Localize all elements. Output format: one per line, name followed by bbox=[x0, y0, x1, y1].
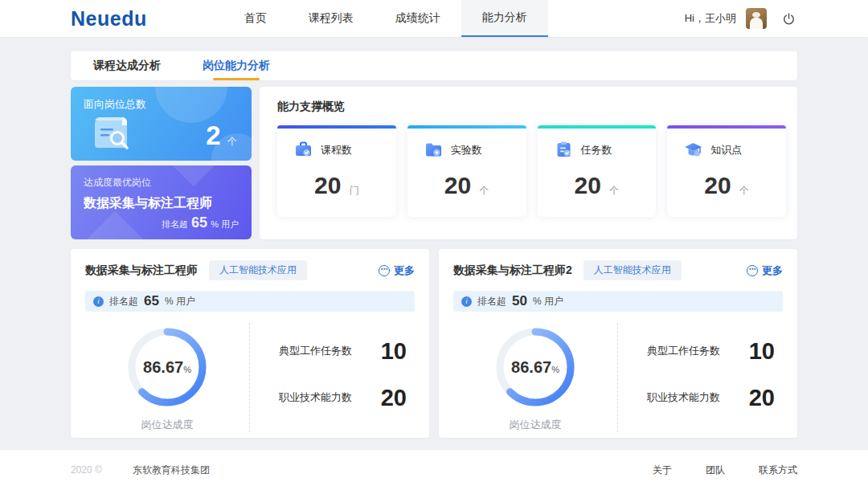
course-icon bbox=[293, 140, 313, 160]
stat-card-unit: 个 bbox=[739, 185, 749, 196]
navbar-user-area: Hi，王小明 bbox=[685, 0, 797, 37]
nav-item-courses[interactable]: 课程列表 bbox=[288, 0, 375, 37]
rank-value: 50 bbox=[512, 293, 527, 309]
nav-item-grades[interactable]: 成绩统计 bbox=[375, 0, 461, 37]
stat-card-unit: 门 bbox=[350, 185, 359, 196]
accent-bar bbox=[277, 125, 396, 129]
rank-info-bar: i 排名超 50 % 用户 bbox=[453, 291, 783, 312]
best-job-name: 数据采集与标注工程师 bbox=[84, 195, 239, 212]
knowledge-icon bbox=[683, 140, 703, 160]
stat-row-skills: 职业技术能力数 20 bbox=[647, 385, 775, 411]
nav-item-home[interactable]: 首页 bbox=[223, 0, 288, 37]
footer-links: 关于 团队 联系方式 bbox=[653, 463, 797, 477]
jobs-total-title: 面向岗位总数 bbox=[84, 97, 239, 112]
stat-card-unit: 个 bbox=[480, 185, 489, 196]
stat-card-label: 知识点 bbox=[710, 143, 742, 157]
main-nav: 首页 课程列表 成绩统计 能力分析 bbox=[223, 0, 548, 37]
accent-bar bbox=[407, 125, 526, 129]
more-button[interactable]: ⋯ 更多 bbox=[379, 263, 415, 278]
stat-value: 20 bbox=[381, 385, 407, 411]
stat-card-label: 任务数 bbox=[581, 143, 612, 157]
stat-label: 职业技术能力数 bbox=[647, 390, 720, 405]
copyright-year: 2020 © bbox=[71, 464, 102, 476]
stat-card-label: 实验数 bbox=[451, 143, 482, 157]
footer-link-team[interactable]: 团队 bbox=[706, 463, 725, 477]
rank-value: 65 bbox=[144, 293, 159, 309]
stat-card-courses[interactable]: 课程数 20 门 bbox=[277, 125, 396, 217]
ellipsis-circle-icon: ⋯ bbox=[379, 265, 390, 276]
info-icon: i bbox=[93, 296, 104, 307]
stat-card-experiments[interactable]: 实验数 20 个 bbox=[407, 125, 526, 217]
jobs-total-value: 2 bbox=[206, 120, 220, 150]
tab-job-ability[interactable]: 岗位能力分析 bbox=[203, 51, 270, 80]
job-panel-tag: 人工智能技术应用 bbox=[209, 260, 307, 280]
more-label: 更多 bbox=[394, 263, 415, 278]
capability-overview-title: 能力支撑概览 bbox=[277, 100, 786, 114]
job-panel-tag: 人工智能技术应用 bbox=[583, 260, 682, 280]
job-panel-title: 数据采集与标注工程师2 bbox=[453, 263, 572, 278]
more-button[interactable]: ⋯ 更多 bbox=[747, 263, 783, 278]
stat-label: 典型工作任务数 bbox=[279, 344, 352, 358]
job-panel-2: 数据采集与标注工程师2 人工智能技术应用 ⋯ 更多 i 排名超 50 % 用户 bbox=[439, 249, 797, 438]
gauge-label: 岗位达成度 bbox=[510, 418, 562, 432]
jobs-total-card[interactable]: 面向岗位总数 2 个 bbox=[71, 87, 252, 161]
best-job-rank-prefix: 排名超 bbox=[162, 219, 188, 229]
achievement-gauge: 86.67 % 岗位达成度 bbox=[453, 323, 618, 432]
best-job-rank-suffix: % 用户 bbox=[211, 219, 239, 229]
user-greeting: Hi，王小明 bbox=[685, 11, 736, 26]
stat-row-tasks: 典型工作任务数 10 bbox=[647, 338, 775, 365]
gauge-label: 岗位达成度 bbox=[141, 418, 194, 432]
capability-cards: 课程数 20 门 bbox=[277, 125, 786, 217]
accent-bar bbox=[538, 125, 657, 129]
logout-button[interactable] bbox=[780, 10, 797, 27]
stat-card-value: 20 bbox=[444, 172, 471, 198]
best-job-rank-value: 65 bbox=[191, 214, 207, 231]
page-footer: 2020 © 东软教育科技集团 关于 团队 联系方式 bbox=[0, 450, 868, 490]
jobs-total-value-row: 2 个 bbox=[206, 120, 237, 151]
brand-logo: Neuedu bbox=[71, 7, 147, 31]
gauge-unit: % bbox=[183, 365, 191, 374]
gauge-unit: % bbox=[551, 365, 559, 374]
stat-label: 职业技术能力数 bbox=[279, 390, 352, 405]
info-icon: i bbox=[461, 296, 472, 307]
achievement-gauge: 86.67 % 岗位达成度 bbox=[85, 323, 250, 432]
gauge-value: 86.67 bbox=[143, 358, 183, 377]
ellipsis-circle-icon: ⋯ bbox=[747, 265, 758, 276]
stat-card-value: 20 bbox=[574, 172, 600, 198]
rank-suffix: % 用户 bbox=[165, 295, 195, 308]
stat-label: 典型工作任务数 bbox=[647, 344, 720, 358]
footer-link-about[interactable]: 关于 bbox=[653, 463, 672, 477]
stat-row-skills: 职业技术能力数 20 bbox=[279, 385, 407, 411]
page-content: 课程达成分析 岗位能力分析 面向岗位总数 bbox=[0, 51, 868, 438]
stat-card-unit: 个 bbox=[609, 185, 619, 196]
stat-card-knowledge[interactable]: 知识点 20 个 bbox=[667, 125, 786, 217]
user-avatar[interactable] bbox=[746, 8, 767, 29]
task-icon bbox=[554, 140, 574, 160]
rank-prefix: 排名超 bbox=[109, 295, 138, 308]
tab-course-achievement[interactable]: 课程达成分析 bbox=[93, 51, 161, 80]
analysis-tabbar: 课程达成分析 岗位能力分析 bbox=[71, 51, 797, 80]
jobs-total-unit: 个 bbox=[227, 136, 237, 147]
accent-bar bbox=[667, 125, 786, 129]
best-job-card[interactable]: 达成度最优岗位 数据采集与标注工程师 排名超 65 % 用户 bbox=[71, 165, 252, 239]
stat-value: 10 bbox=[381, 338, 407, 365]
best-job-rank: 排名超 65 % 用户 bbox=[162, 214, 239, 231]
stat-row-tasks: 典型工作任务数 10 bbox=[279, 338, 407, 365]
job-panel-1: 数据采集与标注工程师 人工智能技术应用 ⋯ 更多 i 排名超 65 % 用户 bbox=[71, 249, 429, 438]
nav-item-ability[interactable]: 能力分析 bbox=[461, 0, 548, 37]
top-navbar: Neuedu 首页 课程列表 成绩统计 能力分析 Hi，王小明 bbox=[0, 0, 868, 37]
stat-value: 10 bbox=[749, 338, 775, 365]
job-stats: 典型工作任务数 10 职业技术能力数 20 bbox=[618, 323, 783, 432]
best-job-title: 达成度最优岗位 bbox=[84, 176, 239, 190]
experiment-icon bbox=[424, 140, 444, 160]
stat-card-tasks[interactable]: 任务数 20 个 bbox=[538, 125, 657, 217]
stat-card-label: 课程数 bbox=[321, 143, 352, 157]
job-panel-title: 数据采集与标注工程师 bbox=[85, 263, 198, 278]
stat-card-value: 20 bbox=[704, 172, 731, 198]
rank-suffix: % 用户 bbox=[533, 295, 563, 308]
job-stats: 典型工作任务数 10 职业技术能力数 20 bbox=[250, 323, 415, 432]
document-search-icon bbox=[88, 111, 140, 157]
power-icon bbox=[782, 12, 796, 26]
footer-link-contact[interactable]: 联系方式 bbox=[759, 463, 797, 477]
more-label: 更多 bbox=[762, 263, 783, 278]
